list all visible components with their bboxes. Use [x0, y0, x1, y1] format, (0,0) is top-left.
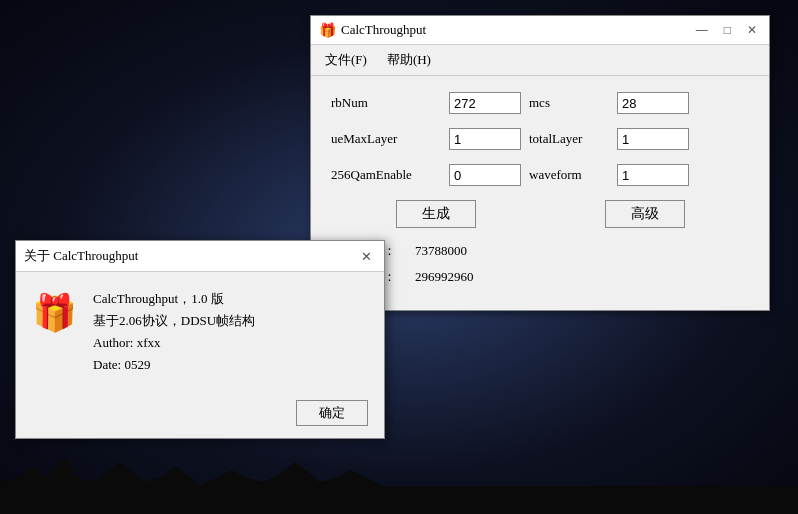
close-button[interactable]: ✕: [743, 24, 761, 36]
generate-button[interactable]: 生成: [396, 200, 476, 228]
waveform-group: waveform: [529, 164, 749, 186]
mcs-input[interactable]: [617, 92, 689, 114]
about-line-4: Date: 0529: [93, 354, 255, 376]
about-dialog: 关于 CalcThroughput ✕ 🎁 CalcThroughput，1.0…: [15, 240, 385, 439]
about-icon: 🎁: [32, 292, 77, 334]
app-icon: 🎁: [319, 22, 335, 38]
waveform-label: waveform: [529, 167, 609, 183]
maximize-button[interactable]: □: [720, 24, 735, 36]
ok-button[interactable]: 确定: [296, 400, 368, 426]
about-line-1: CalcThroughput，1.0 版: [93, 288, 255, 310]
downlink-row: 下行流量： 296992960: [331, 268, 749, 286]
about-content: 🎁 CalcThroughput，1.0 版 基于2.06协议，DDSU帧结构 …: [16, 272, 384, 392]
downlink-value: 296992960: [415, 269, 474, 285]
uplink-row: 上行流量： 73788000: [331, 242, 749, 260]
titlebar-left: 🎁 CalcThroughput: [319, 22, 426, 38]
action-buttons: 生成 高级: [331, 200, 749, 228]
advanced-button[interactable]: 高级: [605, 200, 685, 228]
about-line-2: 基于2.06协议，DDSU帧结构: [93, 310, 255, 332]
uemaxlayer-input[interactable]: [449, 128, 521, 150]
menubar: 文件(F) 帮助(H): [311, 45, 769, 76]
about-close-button[interactable]: ✕: [357, 249, 376, 264]
uplink-value: 73788000: [415, 243, 467, 259]
totallayer-group: totalLayer: [529, 128, 749, 150]
main-window-titlebar: 🎁 CalcThroughput — □ ✕: [311, 16, 769, 45]
waveform-input[interactable]: [617, 164, 689, 186]
rbnum-input[interactable]: [449, 92, 521, 114]
form-row-2: ueMaxLayer totalLayer: [331, 128, 749, 150]
form-row-1: rbNum mcs: [331, 92, 749, 114]
about-titlebar: 关于 CalcThroughput ✕: [16, 241, 384, 272]
form-row-3: 256QamEnable waveform: [331, 164, 749, 186]
mcs-label: mcs: [529, 95, 609, 111]
rbnum-label: rbNum: [331, 95, 441, 111]
mcs-group: mcs: [529, 92, 749, 114]
uemaxlayer-label: ueMaxLayer: [331, 131, 441, 147]
totallayer-input[interactable]: [617, 128, 689, 150]
about-line-3: Author: xfxx: [93, 332, 255, 354]
totallayer-label: totalLayer: [529, 131, 609, 147]
about-title: 关于 CalcThroughput: [24, 247, 138, 265]
minimize-button[interactable]: —: [692, 24, 712, 36]
about-text: CalcThroughput，1.0 版 基于2.06协议，DDSU帧结构 Au…: [93, 288, 255, 376]
qamenable-label: 256QamEnable: [331, 167, 441, 183]
menu-help[interactable]: 帮助(H): [383, 49, 435, 71]
menu-file[interactable]: 文件(F): [321, 49, 371, 71]
qamenable-input[interactable]: [449, 164, 521, 186]
main-window-title: CalcThroughput: [341, 22, 426, 38]
about-footer: 确定: [16, 392, 384, 438]
window-controls: — □ ✕: [692, 24, 761, 36]
